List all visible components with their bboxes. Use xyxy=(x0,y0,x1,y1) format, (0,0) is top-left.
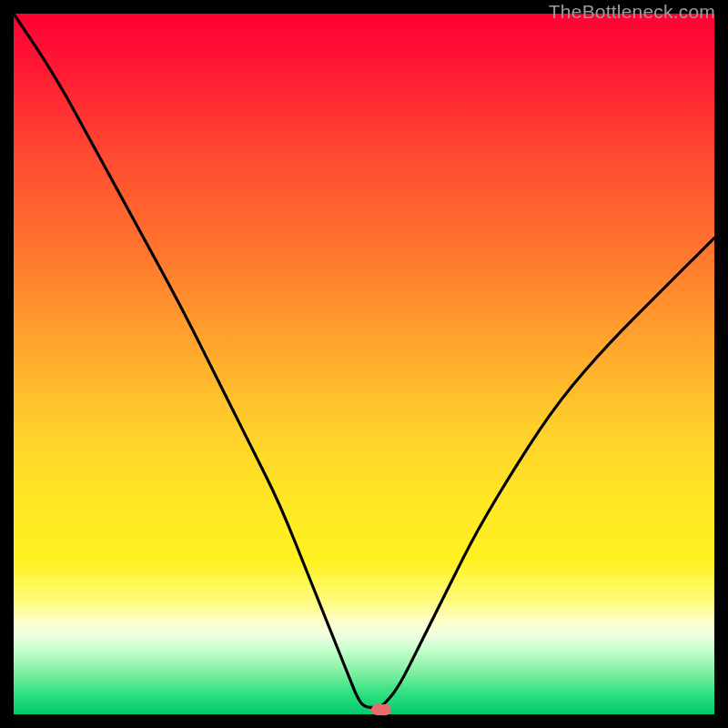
optimal-point-marker xyxy=(371,704,391,715)
gradient-background xyxy=(14,14,714,714)
plot-area xyxy=(14,14,714,714)
chart-container: TheBottleneck.com xyxy=(0,0,728,728)
watermark-text: TheBottleneck.com xyxy=(549,1,715,23)
